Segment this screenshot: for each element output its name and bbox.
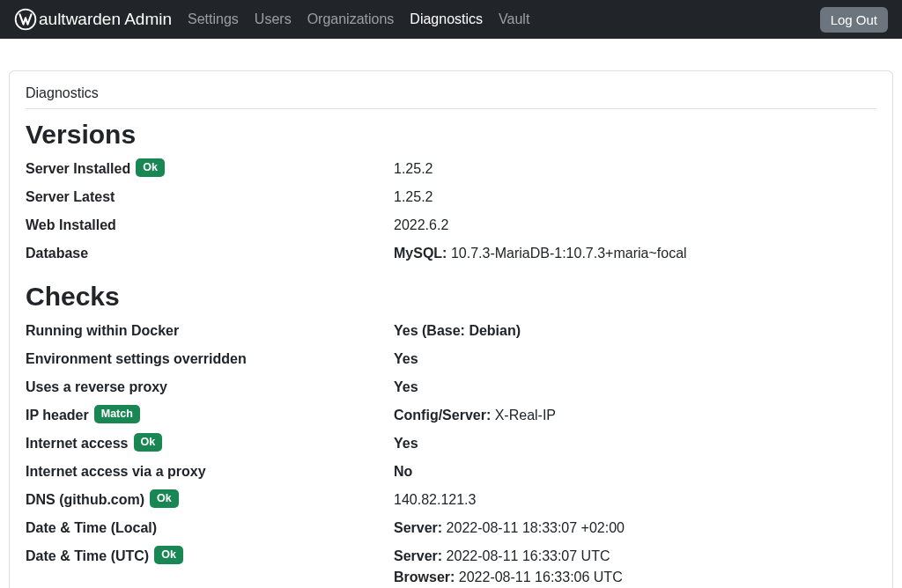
nav-link-organizations[interactable]: Organizations xyxy=(307,11,395,27)
value-text: 2022.6.2 xyxy=(394,217,448,232)
row-label: IP headerMatch xyxy=(26,405,394,426)
row-value: 1.25.2 xyxy=(394,158,876,180)
status-badge: Ok xyxy=(136,158,165,177)
value-text: X-Real-IP xyxy=(495,408,556,423)
value-text: Yes xyxy=(394,379,418,394)
diag-row: Server InstalledOk1.25.2 xyxy=(26,158,876,180)
diag-row: DatabaseMySQL: 10.7.3-MariaDB-1:10.7.3+m… xyxy=(26,243,876,264)
row-label: Server Latest xyxy=(26,187,394,208)
value-text: 2022-08-11 16:33:07 UTC xyxy=(447,548,610,563)
row-value: Config/Server: X-Real-IP xyxy=(394,405,876,426)
value-text: 140.82.121.3 xyxy=(394,492,476,507)
row-label-text: Server Installed xyxy=(26,158,130,180)
diag-row: IP headerMatchConfig/Server: X-Real-IP xyxy=(26,405,876,426)
nav-link-diagnostics[interactable]: Diagnostics xyxy=(410,11,483,27)
row-label: Date & Time (UTC)Ok xyxy=(26,546,394,588)
logo-icon xyxy=(14,8,37,31)
status-badge: Ok xyxy=(154,546,183,564)
row-label-text: IP header xyxy=(26,405,89,426)
diag-row: DNS (github.com)Ok140.82.121.3 xyxy=(26,489,876,511)
status-badge: Ok xyxy=(150,489,179,508)
diagnostics-card: Diagnostics Versions Server InstalledOk1… xyxy=(9,70,893,588)
row-label-text: Environment settings overridden xyxy=(26,349,247,370)
row-label-text: Server Latest xyxy=(26,187,115,208)
value-text: Yes xyxy=(394,351,418,366)
brand-text: aultwarden Admin xyxy=(39,10,172,29)
diag-row: Server Latest1.25.2 xyxy=(26,187,876,208)
row-label: Internet accessOk xyxy=(26,433,394,454)
row-value: Yes xyxy=(394,349,876,370)
diag-row: Uses a reverse proxyYes xyxy=(26,377,876,398)
row-value: 2022.6.2 xyxy=(394,215,876,236)
row-label: Date & Time (Local) xyxy=(26,518,394,539)
value-text: Yes xyxy=(394,436,418,451)
row-value: No xyxy=(394,461,876,482)
nav-links: SettingsUsersOrganizationsDiagnosticsVau… xyxy=(188,11,820,27)
row-label-text: Uses a reverse proxy xyxy=(26,377,167,398)
row-label-text: Internet access xyxy=(26,433,129,454)
row-label: Environment settings overridden xyxy=(26,349,394,370)
row-label-text: Running within Docker xyxy=(26,320,179,342)
row-label: Server InstalledOk xyxy=(26,158,394,180)
status-badge: Match xyxy=(94,405,140,423)
row-value: Yes xyxy=(394,433,876,454)
value-text: 1.25.2 xyxy=(394,161,433,176)
diag-row: Date & Time (UTC)OkServer: 2022-08-11 16… xyxy=(26,546,876,588)
row-label: Web Installed xyxy=(26,215,394,236)
diag-row: Web Installed2022.6.2 xyxy=(26,215,876,236)
row-label-text: Internet access via a proxy xyxy=(26,461,206,482)
nav-link-settings[interactable]: Settings xyxy=(188,11,239,27)
checks-heading: Checks xyxy=(26,282,876,312)
row-label-text: Web Installed xyxy=(26,215,116,236)
row-value: 140.82.121.3 xyxy=(394,489,876,511)
value-text: 2022-08-11 16:33:06 UTC xyxy=(459,570,623,584)
diag-row: Date & Time (Local)Server: 2022-08-11 18… xyxy=(26,518,876,539)
diag-row: Internet accessOkYes xyxy=(26,433,876,454)
brand[interactable]: aultwarden Admin xyxy=(14,8,172,31)
value-text: 1.25.2 xyxy=(394,189,433,204)
value-text: Server: xyxy=(394,520,447,535)
versions-rows: Server InstalledOk1.25.2Server Latest1.2… xyxy=(26,158,876,264)
row-value: 1.25.2 xyxy=(394,187,876,208)
row-label-text: Date & Time (Local) xyxy=(26,518,157,539)
row-label: Database xyxy=(26,243,394,264)
row-label-text: DNS (github.com) xyxy=(26,489,144,511)
row-label-text: Date & Time (UTC) xyxy=(26,546,149,567)
nav-link-users[interactable]: Users xyxy=(255,11,292,27)
row-value: Server: 2022-08-11 18:33:07 +02:00 xyxy=(394,518,876,539)
card-title: Diagnostics xyxy=(26,85,876,109)
checks-rows: Running within DockerYes (Base: Debian)E… xyxy=(26,320,876,588)
value-text: Config/Server: xyxy=(394,408,495,423)
versions-heading: Versions xyxy=(26,120,876,150)
row-value: Server: 2022-08-11 16:33:07 UTCBrowser: … xyxy=(394,546,876,588)
row-value: Yes (Base: Debian) xyxy=(394,320,876,342)
row-label: Running within Docker xyxy=(26,320,394,342)
value-text: 2022-08-11 18:33:07 +02:00 xyxy=(447,520,625,535)
row-value: MySQL: 10.7.3-MariaDB-1:10.7.3+maria~foc… xyxy=(394,243,876,264)
diag-row: Running within DockerYes (Base: Debian) xyxy=(26,320,876,342)
value-text: MySQL: xyxy=(394,246,451,261)
value-text: 10.7.3-MariaDB-1:10.7.3+maria~focal xyxy=(451,246,687,261)
row-value: Yes xyxy=(394,377,876,398)
nav-link-vault[interactable]: Vault xyxy=(499,11,529,27)
row-label: Internet access via a proxy xyxy=(26,461,394,482)
value-text: Browser: xyxy=(394,570,459,584)
logout-button[interactable]: Log Out xyxy=(820,7,888,33)
row-label: Uses a reverse proxy xyxy=(26,377,394,398)
value-text: Server: xyxy=(394,548,447,563)
navbar: aultwarden Admin SettingsUsersOrganizati… xyxy=(0,0,902,39)
diag-row: Environment settings overriddenYes xyxy=(26,349,876,370)
value-text: Yes (Base: Debian) xyxy=(394,323,521,338)
status-badge: Ok xyxy=(134,433,163,452)
diag-row: Internet access via a proxyNo xyxy=(26,461,876,482)
row-label-text: Database xyxy=(26,243,88,264)
row-label: DNS (github.com)Ok xyxy=(26,489,394,511)
value-text: No xyxy=(394,464,412,479)
